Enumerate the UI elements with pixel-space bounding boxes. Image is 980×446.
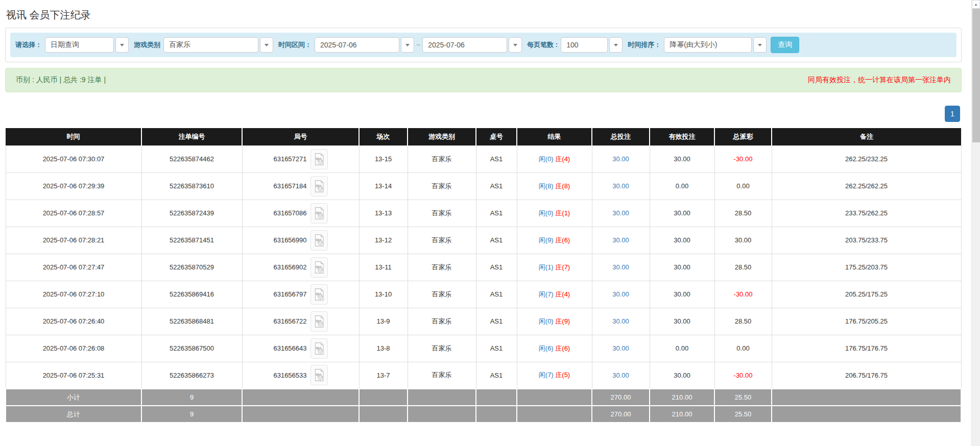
footer-empty-cell <box>408 406 476 423</box>
select-type-input[interactable] <box>45 37 114 53</box>
video-replay-button[interactable] <box>310 203 328 224</box>
total-bet-link[interactable]: 30.00 <box>612 209 629 217</box>
scroll-up-arrow-icon[interactable]: ▲ <box>972 0 980 9</box>
time-sort-input[interactable] <box>664 37 752 53</box>
result-player: 闲(6) <box>539 344 554 352</box>
total-bet-link[interactable]: 30.00 <box>612 371 629 379</box>
cell-payout: 0.00 <box>714 335 772 362</box>
result-player: 闲(9) <box>539 236 554 244</box>
main-content: 视讯 会员下注纪录 请选择： 游戏类别 时间区间： ~ 每 <box>5 0 962 423</box>
cell-time: 2025-07-06 07:27:10 <box>6 281 141 308</box>
round-number: 631656643 <box>273 344 306 352</box>
chevron-down-icon <box>120 44 124 46</box>
cell-total-bet: 30.00 <box>592 227 650 254</box>
column-header-2: 局号 <box>242 128 359 145</box>
video-replay-button[interactable] <box>310 230 328 251</box>
date-to-input[interactable] <box>422 37 507 53</box>
cell-game-type: 百家乐 <box>408 281 476 308</box>
cell-time: 2025-07-06 07:28:21 <box>6 227 141 254</box>
round-wrap: 631656722 <box>273 311 327 332</box>
footer-empty-cell <box>517 406 592 423</box>
cell-payout: -30.00 <box>714 145 772 172</box>
video-replay-button[interactable] <box>310 257 328 278</box>
page-size-input[interactable] <box>561 37 608 53</box>
video-replay-button[interactable] <box>310 311 328 332</box>
scrollbar-thumb[interactable] <box>972 9 980 142</box>
cell-round: 631656797 <box>242 281 359 308</box>
round-number: 631656902 <box>273 263 306 271</box>
cell-result: 闲(9) 庄(6) <box>517 227 592 254</box>
cell-round: 631656902 <box>242 254 359 281</box>
footer-empty-cell <box>408 389 476 406</box>
cell-game-type: 百家乐 <box>408 308 476 335</box>
cell-table-no: AS1 <box>476 335 517 362</box>
video-replay-button[interactable] <box>310 338 328 359</box>
total-bet-link[interactable]: 30.00 <box>612 236 629 244</box>
cell-bet-id: 522635869416 <box>141 281 242 308</box>
time-sort-dropdown-button[interactable] <box>753 37 767 53</box>
filter-bar: 请选择： 游戏类别 时间区间： ~ 每页笔数 : <box>10 33 957 57</box>
cell-total-bet: 30.00 <box>592 281 650 308</box>
date-to-dropdown-button[interactable] <box>509 37 522 53</box>
game-type-input[interactable] <box>163 37 258 53</box>
cell-round: 631657184 <box>242 172 359 200</box>
footer-empty-cell <box>359 406 408 423</box>
cell-table-no: AS1 <box>476 227 517 254</box>
page-size-dropdown-button[interactable] <box>609 37 623 53</box>
total-bet-link[interactable]: 30.00 <box>612 155 629 163</box>
date-range-label: 时间区间： <box>278 40 312 49</box>
total-bet-link[interactable]: 30.00 <box>612 344 629 352</box>
result-player: 闲(1) <box>539 263 554 271</box>
total-bet-link[interactable]: 30.00 <box>612 263 629 271</box>
video-replay-button[interactable] <box>310 365 328 385</box>
table-row: 2025-07-06 07:30:07522635874462631657271… <box>6 145 961 172</box>
video-replay-button[interactable] <box>310 149 328 169</box>
query-button[interactable]: 查询 <box>771 37 799 53</box>
cell-session: 13-8 <box>359 335 408 362</box>
date-from-input[interactable] <box>315 37 399 53</box>
cell-result: 闲(7) 庄(5) <box>517 362 592 389</box>
cell-table-no: AS1 <box>476 145 517 172</box>
result-banker: 庄(4) <box>555 155 570 163</box>
page-button-1[interactable]: 1 <box>945 106 960 122</box>
column-header-7: 总投注 <box>592 128 650 145</box>
total-bet-link[interactable]: 30.00 <box>612 290 629 298</box>
vertical-scrollbar[interactable]: ▲ <box>971 0 980 446</box>
valid-bet-note: 同局有效投注，统一计算在该局第一张注单内 <box>808 76 951 85</box>
footer-empty-cell <box>476 389 517 406</box>
game-type-dropdown-button[interactable] <box>260 37 273 53</box>
time-sort-label: 时间排序： <box>628 40 661 49</box>
cell-session: 13-10 <box>359 281 408 308</box>
cell-remark: 206.75/176.75 <box>772 362 961 389</box>
total-bet-link[interactable]: 30.00 <box>612 182 629 190</box>
cell-valid-bet: 30.00 <box>650 227 714 254</box>
cell-table-no: AS1 <box>476 281 517 308</box>
footer-empty-cell <box>772 406 961 423</box>
cell-result: 闲(8) 庄(8) <box>517 172 592 200</box>
cell-remark: 176.75/176.75 <box>772 335 961 362</box>
currency-total-text: 币别 : 人民币 | 总共 :9 注单 | <box>16 76 106 85</box>
column-header-1: 注单编号 <box>141 128 242 145</box>
cell-bet-id: 522635868481 <box>141 308 242 335</box>
cell-result: 闲(0) 庄(1) <box>517 200 592 227</box>
cell-bet-id: 522635871451 <box>141 227 242 254</box>
table-row: 2025-07-06 07:28:21522635871451631656990… <box>6 227 961 254</box>
select-type-dropdown-button[interactable] <box>115 37 129 53</box>
cell-valid-bet: 0.00 <box>650 172 714 200</box>
date-from-dropdown-button[interactable] <box>401 37 414 53</box>
video-replay-button[interactable] <box>310 284 328 305</box>
result-banker: 庄(6) <box>555 236 570 244</box>
cell-total-bet: 30.00 <box>592 254 650 281</box>
column-header-0: 时间 <box>6 128 141 145</box>
video-file-icon <box>314 342 324 355</box>
cell-payout: 28.50 <box>714 200 772 227</box>
cell-round: 631656990 <box>242 227 359 254</box>
cell-time: 2025-07-06 07:26:40 <box>6 308 141 335</box>
cell-total-bet: 30.00 <box>592 362 650 389</box>
total-bet-link[interactable]: 30.00 <box>612 317 629 325</box>
cell-bet-id: 522635872439 <box>141 200 242 227</box>
round-number: 631656990 <box>273 236 306 244</box>
table-row: 2025-07-06 07:28:57522635872439631657086… <box>6 200 961 227</box>
video-replay-button[interactable] <box>310 176 328 196</box>
cell-round: 631657271 <box>242 145 359 172</box>
